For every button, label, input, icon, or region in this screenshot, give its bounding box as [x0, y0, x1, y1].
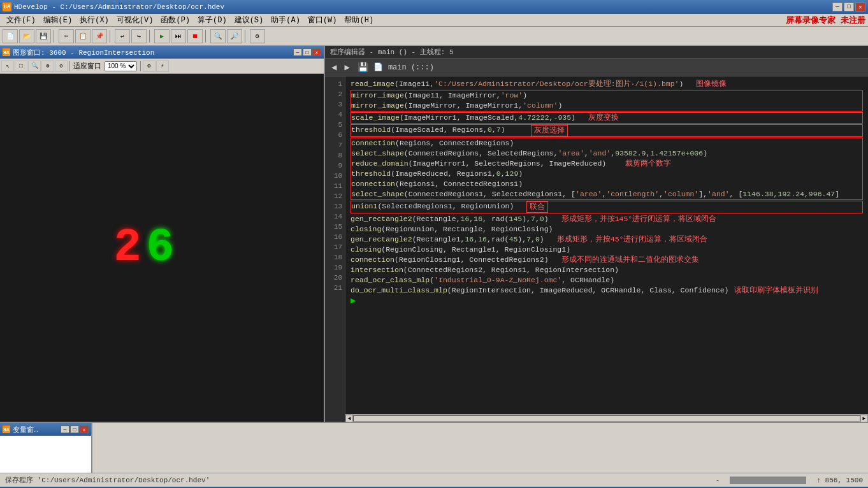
cut-button[interactable]: ✂	[59, 29, 74, 43]
nav-tab: main (:::)	[388, 63, 434, 72]
vw-minimize[interactable]: ─	[61, 426, 69, 433]
code-line-14: closing (RegionUnion, Rectangle, RegionC…	[351, 224, 863, 234]
menu-help[interactable]: 帮助(H)	[340, 13, 377, 27]
zoom-out-button[interactable]: 🔎	[227, 29, 242, 43]
img-zoomin-btn[interactable]: ⊕	[41, 61, 54, 72]
variable-window: HA 变量窗… ─ □ ✕	[0, 422, 92, 473]
undo-button[interactable]: ↩	[115, 29, 130, 43]
var-window-title-bar: HA 变量窗… ─ □ ✕	[0, 423, 91, 436]
code-content[interactable]: read_image (Image11, 'C:/Users/Administr…	[345, 76, 868, 414]
code-line-4: scale_image (ImageMirror1, ImageScaled, …	[351, 113, 862, 123]
nav-save[interactable]: 💾	[355, 61, 371, 74]
menu-functions[interactable]: 函数(P)	[157, 13, 194, 27]
code-line-17: connection (RegionClosing1, ConnectedReg…	[351, 255, 863, 265]
code-line-11: select_shape (ConnectedRegions1, Selecte…	[351, 189, 862, 199]
var-content	[0, 436, 91, 473]
nav-back[interactable]: ◀	[329, 61, 339, 74]
vw-close[interactable]: ✕	[80, 426, 89, 433]
h-scrollbar[interactable]: ◀ ▶	[345, 414, 868, 422]
menu-assistant[interactable]: 助手(A)	[267, 13, 304, 27]
code-line-2: mirror_image (Image11, ImageMirror, 'row…	[351, 90, 862, 101]
img-select-btn[interactable]: ⬚	[15, 61, 27, 72]
code-line-16: closing (RegionClosing, Rectangle1, Regi…	[351, 245, 863, 255]
open-button[interactable]: 📂	[19, 29, 34, 43]
window-title: HDevelop - C:/Users/Administrator/Deskto…	[14, 3, 224, 11]
img-extra-btn[interactable]: ⚙	[143, 61, 156, 72]
close-button[interactable]: ✕	[855, 3, 865, 11]
iw-maximize[interactable]: □	[303, 48, 312, 56]
editor-header: 程序编辑器 - main () - 主线程: 5	[325, 46, 868, 59]
editor-title: 程序编辑器 - main () - 主线程: 5	[330, 47, 454, 57]
menu-edit[interactable]: 编辑(E)	[40, 13, 76, 27]
status-bar: 保存程序 'C:/Users/Administrator/Desktop/ocr…	[0, 473, 868, 487]
redo-button[interactable]: ↪	[131, 29, 147, 43]
image-window-title-text: 图形窗口: 3600 - RegionIntersection	[13, 48, 154, 57]
img-extra2-btn[interactable]: ⚡	[156, 61, 169, 72]
new-button[interactable]: 📄	[3, 29, 18, 43]
file-icon: 📄	[373, 62, 383, 72]
zoom-in-button[interactable]: 🔍	[210, 29, 226, 43]
title-bar: HA HDevelop - C:/Users/Administrator/Des…	[0, 0, 868, 14]
code-line-20: do_ocr_multi_class_mlp (RegionIntersecti…	[351, 285, 863, 296]
code-line-13: gen_rectangle2 (Rectangle, 16, 16, rad(1…	[351, 214, 863, 224]
scroll-right-btn[interactable]: ▶	[860, 415, 868, 422]
editor-nav: ◀ ▶ 💾 📄 main (:::)	[325, 59, 868, 76]
bottom-right-panel	[92, 422, 868, 473]
status-coords: ↑ 856, 1500	[816, 477, 863, 484]
nav-forward[interactable]: ▶	[342, 61, 352, 74]
code-box-scale: scale_image (ImageMirror1, ImageScaled, …	[351, 112, 863, 124]
digit-6: 6	[147, 225, 174, 271]
copy-button[interactable]: 📋	[75, 29, 90, 43]
maximize-button[interactable]: □	[844, 3, 854, 11]
watermark: 屏幕录像专家 未注册	[786, 15, 865, 26]
code-box-main: connection (Regions, ConnectedRegions) s…	[351, 138, 863, 200]
minimize-button[interactable]: ─	[832, 3, 843, 11]
paste-button[interactable]: 📌	[92, 29, 107, 43]
menu-file[interactable]: 文件(F)	[3, 13, 40, 27]
line-numbers: 12345 678910 1112131415 1617181920 21	[325, 76, 345, 422]
save-button[interactable]: 💾	[36, 29, 51, 43]
iw-minimize[interactable]: ─	[293, 48, 302, 56]
code-line-1: read_image (Image11, 'C:/Users/Administr…	[351, 79, 863, 89]
code-line-9: threshold (ImageReduced, Regions1, 0, 12…	[351, 169, 862, 179]
img-pointer-btn[interactable]: ↖	[1, 61, 14, 72]
var-window-title-text: 变量窗…	[13, 425, 38, 434]
step-button[interactable]: ⏭	[171, 29, 186, 43]
image-canvas: 2 6	[0, 74, 324, 422]
menu-window[interactable]: 窗口(W)	[304, 13, 341, 27]
image-toolbar: ↖ ⬚ 🔍 ⊕ ⊖ 适应窗口 100 % ⚙ ⚡	[0, 59, 324, 74]
code-line-5: threshold (ImageScaled, Regions, 0, 7) 灰…	[351, 125, 862, 136]
zoom-select[interactable]: 100 %	[105, 61, 137, 71]
stop-button[interactable]: ⏹	[187, 29, 203, 43]
digit-2: 2	[113, 225, 141, 271]
bottom-section: HA 变量窗… ─ □ ✕	[0, 422, 868, 473]
fit-window-label: 适应窗口	[73, 61, 101, 71]
code-box-union: union1 (SelectedRegions1, RegionUnion) 联…	[351, 201, 863, 213]
status-file-text: 保存程序 'C:/Users/Administrator/Desktop/ocr…	[5, 475, 711, 485]
settings-button[interactable]: ⚙	[250, 29, 265, 43]
scroll-track[interactable]	[353, 415, 860, 422]
menu-execute[interactable]: 执行(X)	[76, 13, 113, 27]
code-line-18: intersection (ConnectedRegions2, Regions…	[351, 265, 863, 275]
code-line-21: ▶	[351, 296, 863, 306]
menu-bar: 文件(F) 编辑(E) 执行(X) 可视化(V) 函数(P) 算子(D) 建议(…	[0, 14, 868, 27]
code-line-7: select_shape (ConnectedRegions, Selected…	[351, 148, 862, 159]
image-window-title-bar: HA 图形窗口: 3600 - RegionIntersection ─ □ ✕	[0, 46, 324, 59]
scroll-left-btn[interactable]: ◀	[345, 415, 353, 422]
code-line-15: gen_rectangle2 (Rectangle1, 16, 16,rad(4…	[351, 234, 863, 245]
menu-operators[interactable]: 算子(D)	[194, 13, 231, 27]
digit-display: 2 6	[113, 225, 173, 271]
vw-maximize[interactable]: □	[70, 426, 79, 433]
code-line-12: union1 (SelectedRegions1, RegionUnion) 联…	[351, 201, 862, 213]
code-line-19: read_ocr_class_mlp ('Industrial_0-9A-Z_N…	[351, 275, 863, 285]
menu-suggestions[interactable]: 建议(S)	[231, 13, 268, 27]
menu-visualize[interactable]: 可视化(V)	[113, 13, 157, 27]
iw-close[interactable]: ✕	[312, 48, 321, 56]
img-zoom-btn[interactable]: 🔍	[28, 61, 41, 72]
main-toolbar: 📄 📂 💾 ✂ 📋 📌 ↩ ↪ ▶ ⏭ ⏹ 🔍 🔎 ⚙	[0, 27, 868, 46]
img-zoomout-btn[interactable]: ⊖	[55, 61, 68, 72]
status-dash: -	[716, 477, 720, 484]
code-box-mirror: mirror_image (Image11, ImageMirror, 'row…	[351, 90, 863, 111]
code-line-8: reduce_domain (ImageMirror1, SelectedReg…	[351, 159, 862, 169]
run-button[interactable]: ▶	[154, 29, 170, 43]
